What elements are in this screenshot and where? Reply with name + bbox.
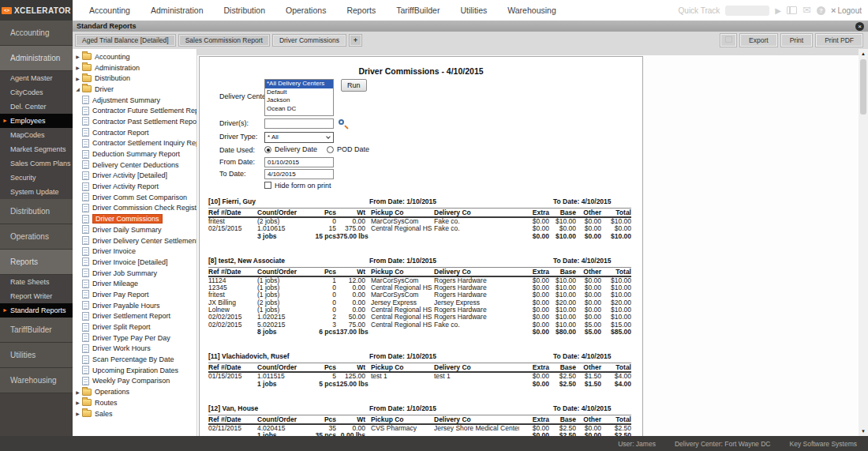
tree-expand-icon[interactable]: ▶ [74,76,81,81]
delivery-center-option-jackson[interactable]: Jackson [265,96,333,105]
from-date-input[interactable] [264,157,334,167]
tree-item-contractor-settlement-inquiry-report[interactable]: Contractor Settlement Inquiry Report [73,138,196,149]
delivery-center-option-ocean-dc[interactable]: Ocean DC [265,105,333,114]
sidebar-item-rate-sheets[interactable]: Rate Sheets [0,275,73,289]
sidebar-item-citycodes[interactable]: CityCodes [0,85,73,100]
sidebar-item-tariffbuilder[interactable]: TariffBuilder [0,318,73,343]
tree-expand-icon[interactable]: ▶ [74,65,81,70]
add-tab-button[interactable]: + [349,34,362,47]
hide-form-checkbox[interactable] [264,182,271,189]
sidebar-item-employees[interactable]: ►Employees [0,114,73,128]
to-date-input[interactable] [264,169,334,179]
menu-item-utilities[interactable]: Utilities [450,0,497,21]
menu-item-administration[interactable]: Administration [140,0,214,21]
scroll-up-icon[interactable]: ▲ [859,49,868,58]
sidebar-item-warehousing[interactable]: Warehousing [0,368,73,393]
tree-item-driver-work-hours[interactable]: Driver Work Hours [73,344,196,355]
delivery-centers-listbox[interactable]: *All Delivery CentersDefaultJacksonOcean… [264,79,334,116]
tree-item-driver-activity-detailed[interactable]: Driver Activity [Detailed] [73,171,196,182]
window-panes-icon[interactable] [787,6,797,14]
sidebar-item-del-center-options[interactable]: Del. Center Options [0,100,73,114]
tree-item-driver-invoice[interactable]: Driver Invoice [73,246,196,257]
sidebar-item-agent-master[interactable]: Agent Master [0,71,73,85]
radio-pod-date[interactable] [327,146,334,153]
tree-item-routes[interactable]: ▶Routes [73,397,196,408]
tree-item-driver-commission-check-register[interactable]: Driver Commission Check Register [73,203,196,214]
tree-item-driver-pay-report[interactable]: Driver Pay Report [73,289,196,300]
tree-item-driver-activity-report[interactable]: Driver Activity Report [73,181,196,192]
sidebar-item-security[interactable]: Security [0,171,73,185]
scroll-down-icon[interactable]: ▼ [859,427,868,436]
tree-item-accounting[interactable]: ▶Accounting [73,51,196,62]
delivery-center-option-all-delivery-centers[interactable]: *All Delivery Centers [265,80,333,88]
tree-item-driver-mileage[interactable]: Driver Mileage [73,278,196,289]
logout-button[interactable]: × Logout [831,6,862,15]
menu-item-tariffbuilder[interactable]: TariffBuilder [386,0,450,21]
help-icon[interactable]: ? [817,6,825,15]
driver-type-select[interactable]: * All [264,132,334,143]
tree-item-driver-commissions[interactable]: Driver Commissions [73,213,196,224]
tree-item-upcoming-expiration-dates[interactable]: Upcoming Expiration Dates [73,365,196,376]
tree-item-weekly-pay-comparison[interactable]: Weekly Pay Comparison [73,376,196,387]
tree-item-driver-comm-set-comparison[interactable]: Driver Comm Set Comparison [73,192,196,203]
sidebar-item-system-update[interactable]: System Update [0,185,73,199]
sidebar-item-standard-reports[interactable]: ►Standard Reports [0,303,73,318]
tree-item-driver-job-summary[interactable]: Driver Job Summary [73,268,196,279]
menu-item-operations[interactable]: Operations [275,0,336,21]
delivery-center-option-default[interactable]: Default [265,88,333,97]
tree-expand-icon[interactable]: ▶ [74,54,81,59]
scroll-thumb[interactable] [860,59,866,115]
sidebar-item-accounting[interactable]: Accounting [0,21,73,46]
tree-item-delivery-center-deductions[interactable]: Delivery Center Deductions [73,160,196,171]
tab-sales-commission-report[interactable]: Sales Commission Report [178,34,270,47]
tree-expand-icon[interactable]: ▶ [74,389,81,395]
tree-item-driver-delivery-center-settlement-split[interactable]: Driver Delivery Center Settlement Split [73,235,196,246]
vertical-scrollbar[interactable]: ▲ ▼ [859,49,868,436]
tree-item-administration[interactable]: ▶Administration [73,62,196,73]
tree-item-adjustment-summary[interactable]: Adjustment Summary [73,95,196,106]
tree-item-scan-percentage-by-date[interactable]: Scan Percentage By Date [73,354,196,365]
panel-close-icon[interactable]: × [855,22,864,31]
print-button[interactable]: Print [781,34,812,47]
tree-item-contractor-future-settlement-report[interactable]: Contractor Future Settlement Report [73,105,196,116]
menu-item-warehousing[interactable]: Warehousing [497,0,566,21]
tree-item-driver-payable-hours[interactable]: Driver Payable Hours [73,300,196,311]
tab-aged-trial-balance-detailed[interactable]: Aged Trial Balance [Detailed] [75,34,176,47]
quick-track-go-icon[interactable]: ▶ [775,6,781,15]
tree-item-contractor-report[interactable]: Contractor Report [73,127,196,138]
tree-item-distribution[interactable]: ▶Distribution [73,73,196,84]
sidebar-item-reports[interactable]: Reports [0,250,73,275]
tree-item-driver[interactable]: ◢Driver [73,84,196,95]
tree-item-driver-invoice-detailed[interactable]: Driver Invoice [Detailed] [73,257,196,268]
tree-item-driver-settlement-report[interactable]: Driver Settlement Report [73,311,196,322]
tree-item-driver-daily-summary[interactable]: Driver Daily Summary [73,224,196,235]
search-magnifier-icon[interactable] [339,119,344,125]
drivers-input[interactable] [264,118,334,129]
menu-item-distribution[interactable]: Distribution [213,0,275,21]
sidebar-item-utilities[interactable]: Utilities [0,343,73,368]
run-button[interactable]: Run [341,79,367,92]
tree-item-sales[interactable]: ▶Sales [73,408,196,419]
tree-expand-icon[interactable]: ▶ [74,411,81,416]
menu-item-accounting[interactable]: Accounting [79,0,140,21]
tree-item-deduction-summary-report[interactable]: Deduction Summary Report [73,148,196,160]
quick-track-input[interactable] [725,6,769,16]
sidebar-item-administration[interactable]: Administration [0,46,73,71]
tree-item-driver-split-report[interactable]: Driver Split Report [73,321,196,333]
export-disabled-icon-button[interactable] [720,34,736,47]
sidebar-item-mapcodes[interactable]: MapCodes [0,128,73,142]
sidebar-item-operations[interactable]: Operations [0,224,73,250]
tab-driver-commissions[interactable]: Driver Commissions [272,34,346,47]
radio-delivery-date[interactable] [264,146,271,153]
tree-collapse-icon[interactable]: ◢ [74,86,81,92]
tree-expand-icon[interactable]: ▶ [74,400,81,405]
print-pdf-button[interactable]: Print PDF [816,34,862,47]
mail-icon[interactable]: ✉ [803,6,811,14]
sidebar-item-sales-comm-plans[interactable]: Sales Comm Plans [0,156,73,171]
tree-item-driver-type-pay-per-day[interactable]: Driver Type Pay Per Day [73,333,196,344]
export-button[interactable]: Export [740,34,777,47]
sidebar-item-market-segments[interactable]: Market Segments [0,142,73,156]
sidebar-item-report-writer[interactable]: Report Writer [0,289,73,303]
menu-item-reports[interactable]: Reports [336,0,386,21]
tree-item-contractor-past-settlement-report[interactable]: Contractor Past Settlement Report [73,116,196,127]
